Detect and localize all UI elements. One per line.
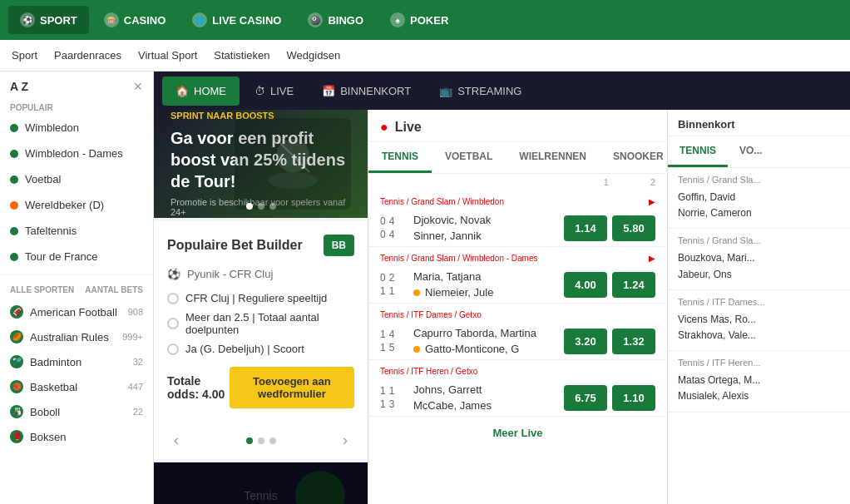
odd-2-djokovic[interactable]: 5.80 [612, 215, 655, 241]
svg-text:Tennis: Tennis [244, 489, 277, 502]
american-football-icon: 🏈 [10, 305, 23, 319]
carousel-next[interactable]: › [336, 428, 354, 452]
match-row-johns: 1 1 1 3 Johns, Garrett [368, 379, 667, 416]
sidebar-item-boksen[interactable]: 🥊 Boksen [0, 424, 153, 449]
odd-2-capurro[interactable]: 1.32 [612, 329, 655, 354]
sidebar-header: A Z ✕ [0, 72, 153, 98]
sec-nav-sport[interactable]: Sport [12, 42, 37, 68]
odd-1-djokovic[interactable]: 1.14 [564, 215, 607, 241]
sec-nav-statistieken[interactable]: Statistieken [214, 42, 269, 68]
bet-option-3[interactable]: Ja (G. Debeljuh) | Scoort [167, 343, 354, 355]
nav-casino[interactable]: 🎰 CASINO [92, 6, 178, 34]
sec-nav-wedgidsen[interactable]: Wedgidsen [287, 42, 341, 68]
b-section-4: Tennis / ITF Heren... Matas Ortega, M...… [668, 351, 850, 412]
tab-live-label: LIVE [270, 85, 294, 97]
score-row-2: 0 4 [380, 229, 413, 240]
odd-2-johns[interactable]: 1.10 [612, 385, 655, 411]
sidebar-item-australian-rules[interactable]: 🏉 Australian Rules 999+ [0, 324, 153, 349]
score-mc2: 3 [389, 398, 395, 410]
sport-tab-wielrennen[interactable]: WIELRENNEN [506, 142, 600, 173]
nav-sport[interactable]: ⚽ SPORT [8, 6, 89, 34]
sport-tab-snooker[interactable]: SNOOKER [600, 142, 667, 173]
boboll-label: Boboll [30, 406, 60, 418]
sidebar-item-badminton[interactable]: 🏸 Badminton 32 [0, 349, 153, 374]
tafeltennis-dot [10, 227, 18, 235]
sidebar-item-basketbal[interactable]: 🏀 Basketbal 447 [0, 374, 153, 399]
basketbal-count: 447 [128, 382, 143, 392]
banner-dot-2 [258, 203, 264, 210]
bet-builder: Populaire Bet Builder BB ⚽ Pyunik - CFR … [154, 221, 368, 422]
bet-options: CFR Cluj | Reguliere speeltijd Meer dan … [167, 292, 354, 355]
carousel-prev[interactable]: ‹ [167, 428, 185, 452]
add-to-betslip-button[interactable]: Toevoegen aan wedformulier [230, 367, 354, 408]
match-section-itf-dames: Tennis / ITF Dames / Getxo 1 4 1 5 [368, 304, 667, 360]
sidebar: A Z ✕ POPULAIR Wimbledon Wimbledon - Dam… [0, 72, 154, 504]
promo-banner: SPRINT NAAR BOOSTS Ga voor een profit bo… [154, 110, 368, 218]
col-1-label: 1 [604, 177, 609, 187]
sidebar-item-voetbal[interactable]: Voetbal [0, 166, 153, 192]
sidebar-close-button[interactable]: ✕ [133, 80, 143, 93]
scores-capurro: 1 4 1 5 [380, 329, 413, 353]
sport-left: 🏸 Badminton [10, 355, 82, 368]
bet-option-1-label: CFR Cluj | Reguliere speeltijd [185, 292, 327, 304]
odd-1-johns[interactable]: 6.75 [564, 385, 607, 411]
aantal-bets-label: AANTAL BETS [85, 285, 143, 294]
sec-nav-paardenraces[interactable]: Paardenraces [54, 42, 121, 68]
odd-1-maria[interactable]: 4.00 [564, 272, 607, 298]
binnenkort-header: Binnenkort [668, 110, 850, 136]
wereldbeker-dot [10, 201, 18, 210]
sidebar-item-wereldbeker[interactable]: Wereldbeker (D) [0, 192, 153, 218]
sport-tab-voetbal[interactable]: VOETBAL [432, 142, 506, 173]
b-section-2: Tennis / Grand Sla... Bouzkova, Mari... … [668, 229, 850, 289]
sidebar-voetbal-label: Voetbal [25, 173, 61, 185]
tab-binnenkort[interactable]: 📅 BINNENKORT [309, 77, 424, 106]
badminton-count: 32 [133, 357, 143, 367]
stream-icon-wimbledon: ▶ [649, 197, 655, 206]
players-djokovic: Djokovic, Novak Sinner, Jannik [413, 214, 564, 242]
odd-2-maria[interactable]: 1.24 [612, 272, 655, 298]
meer-live-button[interactable]: Meer Live [368, 417, 667, 449]
sidebar-item-wimbledon-dames[interactable]: Wimbledon - Dames [0, 141, 153, 166]
australian-rules-icon: 🏉 [10, 330, 23, 343]
score-row-maria-1: 0 2 [380, 272, 413, 284]
b-section-1: Tennis / Grand Sla... Goffin, David Norr… [668, 168, 850, 229]
player-capurro: Capurro Taborda, Martina [413, 327, 564, 339]
live-icon: ● [380, 120, 388, 135]
player-gatto: Gatto-Monticone, G [413, 343, 564, 355]
tab-live[interactable]: ⏱ LIVE [241, 77, 307, 106]
score-c1: 1 [380, 329, 386, 340]
nav-poker[interactable]: ♠ POKER [378, 6, 460, 34]
sidebar-item-tafeltennis[interactable]: Tafeltennis [0, 218, 153, 244]
alle-sporten-label: ALLE SPORTEN [10, 285, 74, 294]
score-c2: 4 [389, 329, 395, 340]
match-section-wimbledon-dames: Tennis / Grand Slam / Wimbledon - Dames … [368, 247, 667, 304]
player-niemeier: Niemeier, Jule [413, 286, 564, 299]
sidebar-item-tourdefrance[interactable]: Tour de France [0, 244, 153, 269]
tab-streaming[interactable]: 📺 STREAMING [426, 77, 535, 106]
sidebar-item-american-football[interactable]: 🏈 American Football 908 [0, 299, 153, 324]
match-section-wimbledon: Tennis / Grand Slam / Wimbledon ▶ 0 4 0 … [368, 190, 667, 247]
bet-option-2[interactable]: Meer dan 2.5 | Totaal aantal doelpunten [167, 311, 354, 336]
sidebar-item-wimbledon[interactable]: Wimbledon [0, 115, 153, 141]
banner-dot-1 [246, 203, 253, 210]
scores-maria: 0 2 1 1 [380, 272, 413, 297]
sport-left: 🏀 Basketbal [10, 380, 77, 393]
scores-djokovic: 0 4 0 4 [380, 215, 413, 240]
sidebar-item-boboll[interactable]: 🎳 Boboll 22 [0, 399, 153, 424]
bet-option-1[interactable]: CFR Cluj | Reguliere speeltijd [167, 292, 354, 304]
b-tab-tennis[interactable]: TENNIS [668, 136, 728, 167]
boboll-count: 22 [133, 407, 143, 417]
tab-home[interactable]: 🏠 HOME [162, 77, 240, 106]
nav-live-casino[interactable]: 🌐 LIVE CASINO [180, 6, 293, 34]
sport-tab-tennis[interactable]: TENNIS [368, 142, 432, 173]
odds-maria: 4.00 1.24 [564, 272, 655, 298]
player-maria: Maria, Tatjana [413, 270, 564, 283]
sec-nav-virtual[interactable]: Virtual Sport [138, 42, 197, 68]
nav-bingo[interactable]: 🎱 BINGO [296, 6, 375, 34]
basketbal-icon: 🏀 [10, 380, 23, 393]
live-casino-icon: 🌐 [192, 12, 207, 27]
score-g1: 1 [380, 342, 386, 353]
b-tab-vo[interactable]: VO... [728, 136, 773, 167]
match-column-labels: 1 2 [368, 174, 667, 190]
odd-1-capurro[interactable]: 3.20 [564, 329, 607, 354]
